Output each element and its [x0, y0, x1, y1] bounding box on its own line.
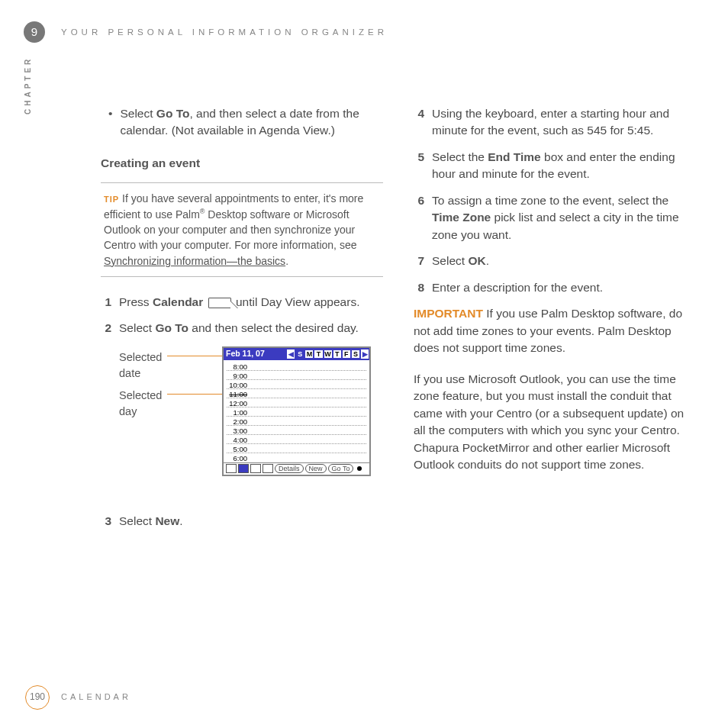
device-day-picker[interactable]: S M T W T F S [295, 350, 360, 359]
callout-selected-date: Selecteddate [119, 350, 162, 382]
view-month-icon[interactable] [263, 464, 273, 473]
device-time-grid[interactable]: 8:00 9:00 10:00 11:00 12:00 1:00 2:00 3:… [224, 360, 369, 462]
calendar-key-icon [208, 298, 231, 308]
step-3: 3 Select New. [101, 513, 383, 530]
outlook-paragraph: If you use Microsoft Outlook, you can us… [414, 371, 696, 474]
important-note: IMPORTANT If you use Palm Desktop softwa… [414, 305, 696, 356]
device-callout-figure: Selecteddate Selectedday Feb 11, 07 ◀ S … [119, 346, 383, 499]
callout-selected-day: Selectedday [119, 388, 162, 420]
new-button[interactable]: New [305, 464, 327, 473]
view-week-icon[interactable] [250, 464, 261, 473]
step-4: 4Using the keyboard, enter a starting ho… [414, 105, 696, 140]
device-footer: Details New Go To [224, 462, 369, 475]
page-number: 190 [25, 685, 50, 710]
menu-dot-icon[interactable] [357, 466, 362, 471]
next-week-icon[interactable]: ▶ [361, 350, 369, 359]
step-1: 1 Press Calendar until Day View appears. [101, 294, 383, 311]
view-day-icon[interactable] [238, 464, 249, 473]
step-8: 8Enter a description for the event. [414, 279, 696, 296]
chapter-number-badge: 9 [24, 21, 45, 43]
step-6: 6To assign a time zone to the event, sel… [414, 192, 696, 243]
prev-week-icon[interactable]: ◀ [287, 350, 295, 359]
heading-creating-event: Creating an event [101, 155, 383, 172]
device-screenshot: Feb 11, 07 ◀ S M T W T F S ▶ 8:00 [222, 346, 371, 476]
details-button[interactable]: Details [275, 464, 304, 473]
important-label: IMPORTANT [414, 307, 483, 320]
step-7: 7Select OK. [414, 253, 696, 269]
link-sync-basics[interactable]: Synchronizing information—the basics [104, 255, 285, 267]
step-5: 5Select the End Time box and enter the e… [414, 149, 696, 183]
goto-button[interactable]: Go To [328, 464, 354, 473]
step-2: 2 Select Go To and then select the desir… [101, 320, 383, 337]
bullet-goto: Select Go To, and then select a date fro… [101, 105, 383, 140]
device-header: Feb 11, 07 ◀ S M T W T F S ▶ [224, 348, 369, 360]
tip-box: TIP If you have several appointments to … [101, 182, 383, 276]
page-header-title: Your Personal Information Organizer [61, 26, 388, 39]
footer-section: Calendar [61, 691, 131, 704]
device-date: Feb 11, 07 [224, 348, 267, 359]
view-agenda-icon[interactable] [226, 464, 237, 473]
left-column: Select Go To, and then select a date fro… [101, 105, 383, 539]
chapter-side-label: CHAPTER [23, 56, 34, 114]
tip-label: TIP [104, 195, 119, 204]
right-column: 4Using the keyboard, enter a starting ho… [414, 105, 696, 539]
